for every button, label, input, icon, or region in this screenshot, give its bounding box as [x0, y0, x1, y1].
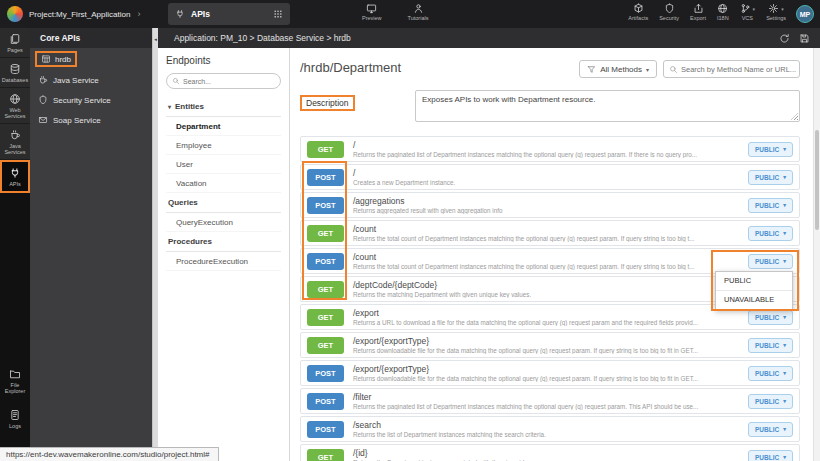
- endpoint-path[interactable]: /export/{exportType}: [353, 365, 740, 374]
- access-option-public[interactable]: PUBLIC: [716, 272, 792, 290]
- chevron-down-icon: ▾: [753, 6, 756, 12]
- rail-item-logs[interactable]: Logs: [0, 404, 30, 433]
- entity-item-queryexecution[interactable]: QueryExecution: [166, 213, 281, 232]
- entity-item-vacation[interactable]: Vacation: [166, 174, 281, 193]
- endpoint-path[interactable]: /deptCode/{deptCode}: [353, 281, 740, 290]
- access-button[interactable]: PUBLIC▾: [748, 254, 793, 269]
- rail-item-pages[interactable]: Pages: [0, 28, 30, 58]
- endpoint-path[interactable]: /count: [353, 225, 740, 234]
- endpoint-path[interactable]: /filter: [353, 393, 740, 402]
- logs-icon: [9, 409, 21, 421]
- access-button[interactable]: PUBLIC▾: [748, 226, 793, 241]
- endpoint-path[interactable]: /{id}: [353, 449, 740, 458]
- rail-top-group: PagesDatabasesWeb ServicesJava ServicesA…: [0, 28, 30, 193]
- topbar-action-i18n[interactable]: I18N: [717, 3, 729, 21]
- section-header-queries[interactable]: Queries: [166, 193, 281, 213]
- entity-item-department[interactable]: Department: [166, 117, 281, 136]
- apis-tab-label: APIs: [191, 9, 267, 19]
- rail-item-web-services[interactable]: Web Services: [0, 88, 30, 124]
- scrollbar-thumb[interactable]: [815, 130, 819, 230]
- endpoint-description: Returns the total count of Department in…: [353, 235, 740, 242]
- section-header-procedures[interactable]: Procedures: [166, 232, 281, 252]
- entity-item-employee[interactable]: Employee: [166, 136, 281, 155]
- rail-item-databases[interactable]: Databases: [0, 58, 30, 88]
- endpoint-path[interactable]: /count: [353, 253, 740, 262]
- entity-item-procedureexecution[interactable]: ProcedureExecution: [166, 252, 281, 271]
- method-badge: POST: [307, 393, 344, 410]
- grid-icon[interactable]: [273, 9, 283, 19]
- endpoints-title: Endpoints: [166, 55, 281, 66]
- save-icon[interactable]: [799, 33, 810, 44]
- endpoint-path[interactable]: /search: [353, 421, 740, 430]
- method-search[interactable]: [663, 60, 800, 78]
- chevron-down-icon: ▾: [783, 342, 786, 348]
- topbar-center-actions: PreviewTutorials: [362, 3, 428, 21]
- endpoint-path[interactable]: /: [353, 141, 740, 150]
- endpoint-description: Creates a new Department instance.: [353, 179, 740, 186]
- method-search-input[interactable]: [664, 65, 799, 74]
- access-button[interactable]: PUBLIC▾: [748, 198, 793, 213]
- topbar-action-settings[interactable]: ▾Settings: [766, 3, 786, 21]
- project-name[interactable]: Project:My_First_Application: [29, 10, 130, 19]
- scrollbar[interactable]: [813, 48, 820, 461]
- method-badge: POST: [307, 365, 344, 382]
- core-api-item-java-service[interactable]: Java Service: [30, 70, 152, 90]
- rail-item-java-services[interactable]: Java Services: [0, 124, 30, 160]
- description-label: Description: [300, 95, 355, 111]
- topbar-action-preview[interactable]: Preview: [362, 3, 382, 21]
- description-textarea[interactable]: Exposes APIs to work with Department res…: [415, 90, 800, 122]
- topbar-action-security[interactable]: Security: [659, 3, 679, 21]
- topbar-action-label: Artifacts: [628, 15, 648, 21]
- access-button[interactable]: PUBLIC▾: [748, 366, 793, 381]
- avatar[interactable]: MP: [796, 5, 814, 23]
- access-button[interactable]: PUBLIC▾: [748, 450, 793, 461]
- project-chevron-icon[interactable]: ›: [137, 9, 140, 19]
- endpoints-search[interactable]: [166, 73, 281, 89]
- java-services-icon: [9, 129, 21, 141]
- endpoint-path[interactable]: /export: [353, 309, 740, 318]
- method-badge: GET: [307, 337, 344, 354]
- refresh-icon[interactable]: [779, 33, 790, 44]
- access-label: PUBLIC: [755, 426, 779, 433]
- endpoints-sections: ▾EntitiesDepartmentEmployeeUserVacationQ…: [166, 97, 281, 271]
- rail-item-file-explorer[interactable]: File Explorer: [0, 363, 30, 398]
- topbar-action-artifacts[interactable]: Artifacts: [628, 3, 648, 21]
- access-button[interactable]: PUBLIC▾: [748, 170, 793, 185]
- apis-tab[interactable]: APIs: [168, 3, 290, 25]
- access-label: PUBLIC: [755, 314, 779, 321]
- core-api-item-security-service[interactable]: Security Service: [30, 90, 152, 110]
- access-label: PUBLIC: [755, 146, 779, 153]
- file-explorer-icon: [9, 368, 21, 380]
- entity-item-user[interactable]: User: [166, 155, 281, 174]
- access-option-unavailable[interactable]: UNAVAILABLE: [716, 290, 792, 309]
- chevron-down-icon: ▾: [781, 6, 784, 12]
- endpoint-path[interactable]: /export/{exportType}: [353, 337, 740, 346]
- core-api-item-soap-service[interactable]: Soap Service: [30, 110, 152, 130]
- resize-handle-icon[interactable]: [791, 113, 798, 120]
- access-button[interactable]: PUBLIC▾: [748, 338, 793, 353]
- access-label: PUBLIC: [755, 230, 779, 237]
- rail-item-apis[interactable]: APIs: [0, 160, 30, 193]
- access-button[interactable]: PUBLIC▾: [748, 310, 793, 325]
- topbar-action-tutorials[interactable]: Tutorials: [408, 3, 429, 21]
- access-button[interactable]: PUBLIC▾: [748, 422, 793, 437]
- topbar-action-export[interactable]: Export: [690, 3, 706, 21]
- endpoints-search-input[interactable]: [167, 78, 280, 85]
- method-filter-dropdown[interactable]: All Methods ▾: [579, 60, 657, 78]
- section-header-entities[interactable]: ▾Entities: [166, 97, 281, 117]
- endpoint-path[interactable]: /aggregations: [353, 197, 740, 206]
- chevron-down-icon: ▾: [783, 370, 786, 376]
- method-badge: POST: [307, 197, 344, 214]
- search-icon: [172, 77, 180, 85]
- access-button[interactable]: PUBLIC▾: [748, 142, 793, 157]
- endpoint-row: POST/filterReturns the paginated list of…: [300, 388, 800, 414]
- endpoint-path[interactable]: /: [353, 169, 740, 178]
- topbar-action-vcs[interactable]: ▾VCS: [740, 3, 756, 21]
- wavemaker-logo-icon[interactable]: [7, 6, 23, 22]
- endpoints-panel: Endpoints ▾EntitiesDepartmentEmployeeUse…: [158, 48, 290, 461]
- rail-item-label: Web Services: [1, 107, 29, 119]
- access-button[interactable]: PUBLIC▾: [748, 394, 793, 409]
- core-api-item-hrdb[interactable]: hrdb: [30, 48, 152, 70]
- method-badge: GET: [307, 281, 344, 298]
- panel-collapse-handle[interactable]: ◂: [152, 28, 158, 461]
